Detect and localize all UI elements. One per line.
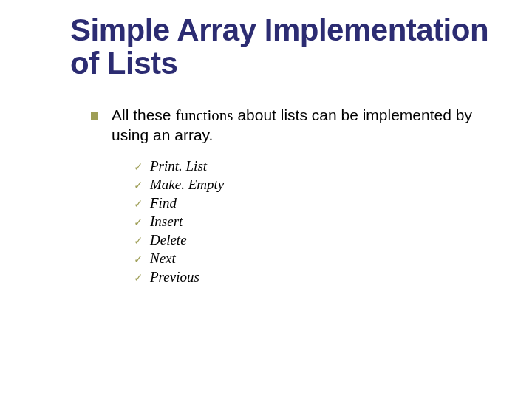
list-item: ✓ Previous — [134, 269, 510, 285]
check-icon: ✓ — [134, 160, 150, 174]
body-pre: All these — [112, 106, 175, 123]
function-name: Find — [150, 195, 177, 211]
function-name: Make. Empty — [150, 177, 224, 193]
function-name: Next — [150, 250, 176, 267]
list-item: ✓ Insert — [134, 214, 510, 230]
function-name: Print. List — [150, 158, 207, 174]
function-name: Delete — [150, 232, 187, 248]
slide: Simple Array Implementation of Lists All… — [0, 0, 532, 399]
body-serif-word: functions — [175, 106, 233, 124]
list-item: ✓ Next — [134, 250, 510, 267]
list-item: ✓ Delete — [134, 232, 510, 248]
check-icon: ✓ — [134, 197, 150, 211]
check-icon: ✓ — [134, 271, 150, 284]
list-item: ✓ Make. Empty — [134, 177, 510, 193]
slide-title: Simple Array Implementation of Lists — [70, 13, 510, 81]
list-item: ✓ Find — [134, 195, 510, 211]
body-row: All these functions about lists can be i… — [91, 106, 510, 146]
check-icon: ✓ — [134, 253, 150, 266]
check-icon: ✓ — [134, 179, 150, 192]
list-item: ✓ Print. List — [134, 158, 510, 174]
function-name: Insert — [150, 214, 183, 230]
function-list: ✓ Print. List ✓ Make. Empty ✓ Find ✓ Ins… — [134, 158, 510, 285]
square-bullet-icon — [91, 112, 98, 120]
body-text: All these functions about lists can be i… — [112, 106, 510, 146]
check-icon: ✓ — [134, 234, 150, 248]
check-icon: ✓ — [134, 216, 150, 229]
function-name: Previous — [150, 269, 200, 285]
